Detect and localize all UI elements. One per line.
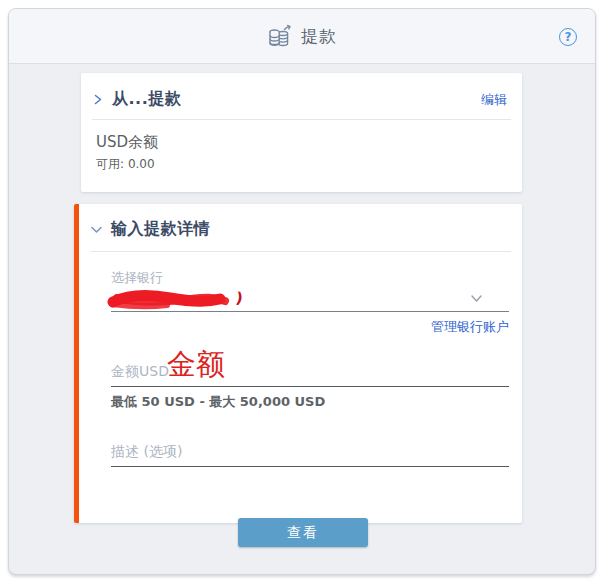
withdraw-details-card: 输入提款详情 选择银行 )	[74, 204, 522, 523]
manage-bank-accounts-link[interactable]: 管理银行账户	[431, 319, 509, 334]
page-title-group: 提款	[267, 24, 337, 48]
description-input[interactable]	[111, 438, 509, 467]
withdraw-form: 选择银行 ) 管理银行账户	[79, 269, 522, 523]
card-divider	[90, 251, 511, 252]
withdraw-from-header[interactable]: 从...提款 编辑	[81, 73, 522, 119]
amount-input[interactable]	[111, 358, 509, 387]
withdraw-dialog: 提款 ? 从...提款 编辑 USD余额 可用: 0.00 输入提款详	[8, 8, 596, 575]
help-icon[interactable]: ?	[559, 28, 577, 46]
available-value: 0.00	[128, 157, 155, 171]
help-glyph: ?	[565, 30, 572, 44]
withdraw-from-title: 从...提款	[112, 89, 181, 110]
bank-select-field: 选择银行 ) 管理银行账户	[111, 269, 509, 336]
manage-bank-row: 管理银行账户	[111, 316, 509, 336]
redaction-scribble	[106, 286, 244, 312]
chevron-right-icon	[92, 93, 104, 106]
review-button[interactable]: 查看	[238, 518, 368, 547]
dialog-header: 提款 ?	[9, 9, 595, 64]
bank-select-label: 选择银行	[111, 269, 509, 287]
available-label: 可用:	[96, 157, 124, 171]
balance-summary: USD余额 可用: 0.00	[81, 120, 522, 192]
page-title: 提款	[301, 25, 337, 48]
bank-select-dropdown[interactable]: )	[111, 288, 509, 312]
withdraw-details-title: 输入提款详情	[111, 219, 210, 240]
account-name: USD余额	[96, 133, 507, 152]
withdraw-from-card: 从...提款 编辑 USD余额 可用: 0.00	[81, 73, 522, 192]
available-balance: 可用: 0.00	[96, 156, 507, 173]
select-chevron-down-icon	[470, 294, 483, 304]
chevron-down-icon	[90, 224, 103, 236]
coins-withdraw-icon	[267, 24, 292, 48]
description-field-group	[111, 438, 509, 523]
amount-limits-helper: 最低 50 USD - 最大 50,000 USD	[111, 393, 509, 411]
amount-field-group: 金额 最低 50 USD - 最大 50,000 USD	[111, 358, 509, 411]
edit-link[interactable]: 编辑	[481, 91, 507, 109]
withdraw-details-header[interactable]: 输入提款详情	[79, 204, 522, 251]
